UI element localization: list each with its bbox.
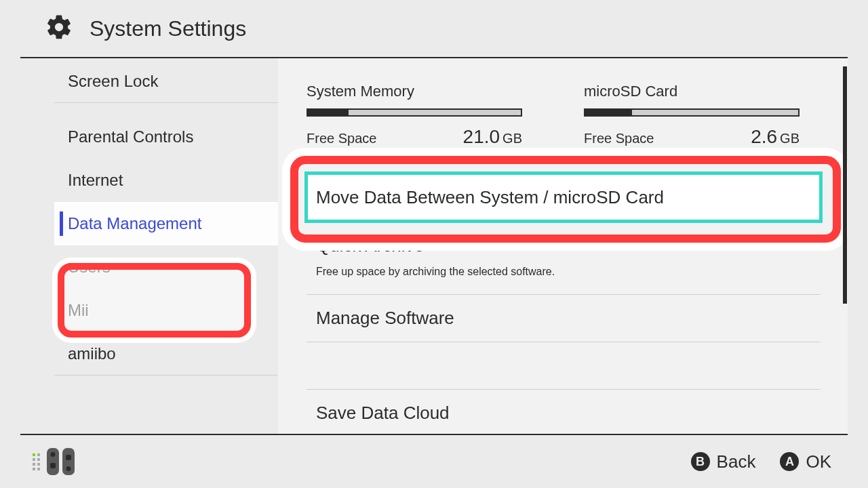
scrollbar[interactable] (843, 66, 847, 428)
hint-ok: A OK (780, 451, 831, 472)
option-label: Save Data Cloud (316, 403, 450, 424)
hint-back: B Back (691, 451, 756, 472)
gear-icon (45, 13, 73, 44)
page-title: System Settings (90, 16, 246, 41)
option-move-data[interactable]: Move Data Between System / microSD Card (307, 174, 821, 221)
option-label: Manage Software (316, 308, 454, 329)
hint-label: Back (717, 451, 756, 472)
option-label: Quick Archive (316, 235, 821, 256)
sidebar-item-amiibo[interactable]: amiibo (54, 332, 278, 375)
storage-bar (307, 108, 522, 117)
header: System Settings (20, 0, 848, 58)
sidebar-item-label: Internet (68, 171, 123, 190)
main-panel: System Memory Free Space 21.0GB microSD … (278, 58, 848, 434)
sidebar-item-users[interactable]: Users (54, 245, 278, 289)
storage-microsd: microSD Card Free Space 2.6GB (584, 83, 821, 148)
footer: B Back A OK (0, 435, 868, 488)
free-space-label: Free Space (584, 131, 654, 146)
option-manage-software[interactable]: Manage Software (307, 294, 821, 342)
sidebar-item-data-management[interactable]: Data Management (54, 202, 278, 245)
storage-title: microSD Card (584, 83, 821, 100)
sidebar: Screen Lock Parental Controls Internet D… (20, 58, 278, 434)
joycon-left-icon (47, 448, 59, 475)
free-space-label: Free Space (307, 131, 376, 146)
storage-row: System Memory Free Space 21.0GB microSD … (307, 83, 821, 148)
free-space-value: 2.6GB (751, 126, 800, 148)
option-save-data-cloud[interactable]: Save Data Cloud (307, 389, 821, 434)
sidebar-item-mii[interactable]: Mii (54, 289, 278, 332)
storage-bar-fill (585, 110, 632, 115)
free-space-value: 21.0GB (463, 126, 522, 148)
option-label: Move Data Between System / microSD Card (316, 187, 664, 208)
sidebar-item-parental-controls[interactable]: Parental Controls (54, 115, 278, 159)
sidebar-item-label: Screen Lock (68, 72, 158, 91)
storage-system-memory: System Memory Free Space 21.0GB (307, 83, 543, 148)
spacer-row (307, 342, 821, 389)
hint-label: OK (806, 451, 831, 472)
a-button-icon: A (780, 452, 799, 471)
sidebar-item-label: amiibo (68, 344, 116, 363)
content: Screen Lock Parental Controls Internet D… (20, 58, 848, 435)
sidebar-item-label: Data Management (68, 214, 201, 233)
sidebar-item-screen-lock[interactable]: Screen Lock (54, 60, 278, 103)
controller-indicator (33, 448, 77, 475)
sidebar-item-internet[interactable]: Internet (54, 159, 278, 202)
storage-bar (584, 108, 800, 117)
b-button-icon: B (691, 452, 710, 471)
storage-bar-fill (308, 110, 349, 115)
option-subtitle: Free up space by archiving the selected … (316, 266, 821, 278)
storage-title: System Memory (307, 83, 543, 100)
option-quick-archive[interactable]: Quick Archive Free up space by archiving… (307, 221, 821, 294)
player-dots-icon (33, 453, 40, 470)
sidebar-item-label: Parental Controls (68, 127, 193, 146)
sidebar-item-label: Users (68, 258, 111, 277)
scrollbar-thumb[interactable] (843, 66, 847, 304)
joycon-right-icon (62, 448, 75, 475)
sidebar-item-label: Mii (68, 301, 89, 320)
